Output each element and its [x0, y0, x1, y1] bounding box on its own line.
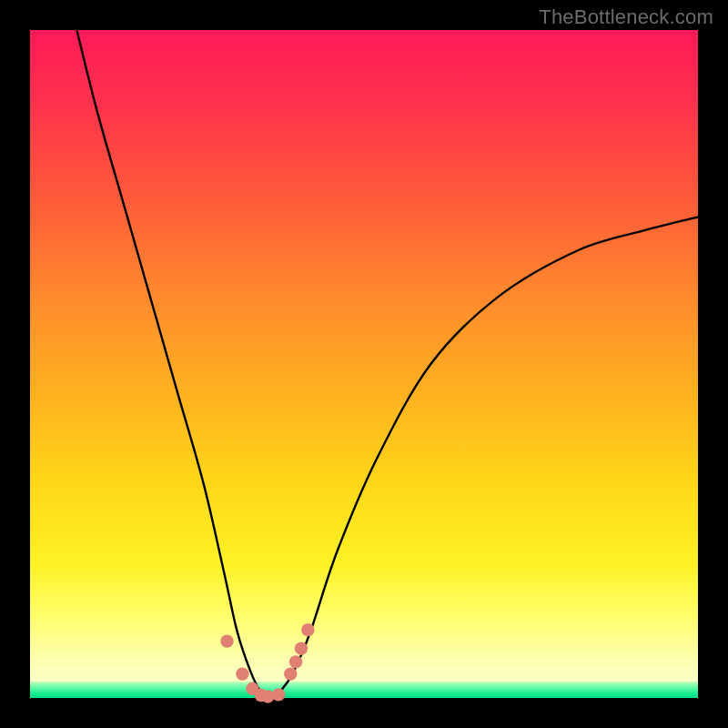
chart-frame: TheBottleneck.com [0, 0, 728, 728]
salmon-dot [289, 655, 302, 668]
salmon-dot [220, 634, 233, 647]
salmon-dot [236, 667, 248, 680]
salmon-dots-group [220, 623, 314, 703]
watermark-text: TheBottleneck.com [539, 5, 713, 29]
bottleneck-curve [76, 30, 698, 698]
curve-layer [30, 30, 698, 698]
salmon-dot [295, 642, 308, 654]
salmon-dot [284, 667, 297, 680]
salmon-dot [272, 688, 285, 701]
plot-area [30, 30, 698, 698]
salmon-dot [301, 623, 314, 636]
